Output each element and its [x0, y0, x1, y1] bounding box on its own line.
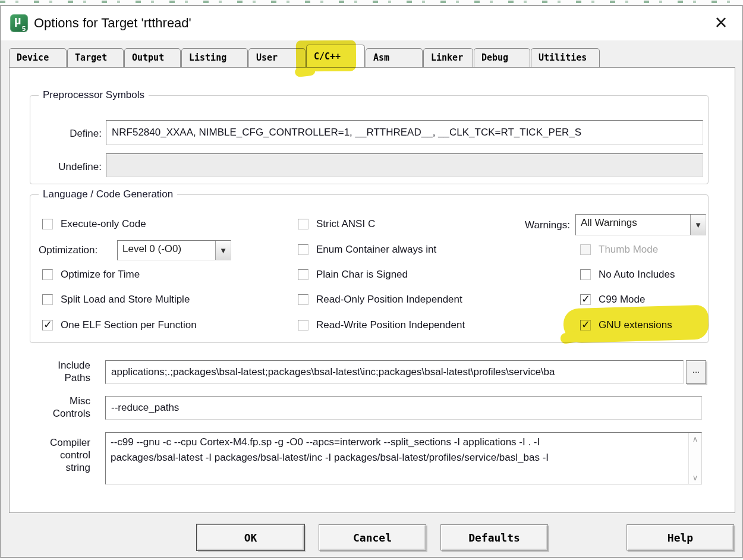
checkbox-row-one-elf-section: One ELF Section per Function	[42, 317, 197, 333]
read-write-pi-checkbox[interactable]	[298, 320, 308, 331]
gnu-extensions-checkbox[interactable]	[580, 320, 591, 331]
checkbox-row-no-auto-includes: No Auto Includes	[580, 267, 675, 282]
checkbox-row-thumb-mode: Thumb Mode	[580, 242, 658, 257]
thumb-mode-label: Thumb Mode	[599, 244, 658, 256]
undefine-label: Undefine:	[42, 161, 102, 173]
logo-5-glyph: 5	[22, 25, 26, 32]
define-label: Define:	[42, 127, 102, 140]
logo-mu-glyph: µ	[14, 14, 21, 27]
compiler-string-scrollbar[interactable]: ∧ ∨	[688, 433, 701, 484]
optimization-select[interactable]: Level 0 (-O0) ▼	[117, 240, 231, 260]
include-paths-label: Include Paths	[31, 359, 90, 384]
close-icon: ×	[714, 12, 727, 33]
strict-ansi-c-checkbox[interactable]	[298, 219, 308, 229]
keil-uvision-logo-icon: µ 5	[10, 14, 28, 32]
checkbox-row-gnu-extensions: GNU extensions	[580, 317, 672, 333]
tab-strip: Device Target Output Listing User C/C++ …	[9, 45, 600, 67]
compiler-control-string-value: --c99 --gnu -c --cpu Cortex-M4.fp.sp -g …	[106, 433, 688, 484]
tab-linker[interactable]: Linker	[423, 48, 473, 67]
tab-debug[interactable]: Debug	[474, 48, 530, 67]
cancel-button[interactable]: Cancel	[319, 524, 426, 550]
optimization-dropdown-button[interactable]: ▼	[215, 241, 231, 260]
thumb-mode-checkbox	[580, 244, 591, 255]
no-auto-includes-label: No Auto Includes	[599, 269, 675, 281]
execute-only-code-label: Execute-only Code	[61, 218, 146, 230]
screen: µ 5 Options for Target 'rtthread' × Devi…	[0, 0, 743, 560]
undefine-input[interactable]	[106, 153, 703, 177]
ok-button[interactable]: OK	[197, 524, 304, 550]
c99-mode-label: C99 Mode	[599, 294, 645, 306]
gnu-extensions-label: GNU extensions	[599, 319, 672, 331]
options-dialog: µ 5 Options for Target 'rtthread' × Devi…	[0, 5, 743, 558]
one-elf-section-checkbox[interactable]	[42, 320, 53, 331]
enum-container-checkbox[interactable]	[298, 244, 308, 255]
plain-char-signed-label: Plain Char is Signed	[316, 269, 408, 281]
read-only-pi-checkbox[interactable]	[298, 294, 308, 305]
execute-only-code-checkbox[interactable]	[42, 219, 53, 229]
preprocessor-group-label: Preprocessor Symbols	[39, 89, 149, 101]
tab-c-cpp[interactable]: C/C++	[306, 45, 365, 67]
tab-output[interactable]: Output	[124, 48, 181, 67]
checkbox-row-execute-only-code: Execute-only Code	[42, 216, 146, 232]
close-button[interactable]: ×	[708, 11, 734, 34]
no-auto-includes-checkbox[interactable]	[580, 269, 591, 280]
checkbox-row-optimize-for-time: Optimize for Time	[42, 267, 140, 282]
plain-char-signed-checkbox[interactable]	[298, 269, 308, 280]
misc-controls-input[interactable]	[105, 396, 702, 420]
include-paths-browse-button[interactable]: ...	[686, 360, 706, 384]
compiler-control-string-label: Compiler control string	[31, 436, 90, 474]
optimization-value: Level 0 (-O0)	[118, 241, 215, 260]
checkbox-row-strict-ansi-c: Strict ANSI C	[298, 216, 375, 232]
checkbox-row-c99-mode: C99 Mode	[580, 292, 645, 307]
tab-user[interactable]: User	[248, 48, 306, 67]
tab-target[interactable]: Target	[67, 48, 124, 67]
warnings-select[interactable]: All Warnings ▼	[575, 214, 706, 235]
checkbox-row-enum-container: Enum Container always int	[298, 242, 436, 257]
define-input[interactable]	[106, 120, 703, 145]
tab-utilities[interactable]: Utilities	[531, 48, 600, 67]
warnings-label: Warnings:	[489, 219, 570, 231]
chevron-down-icon: ▼	[221, 247, 226, 254]
compiler-control-string-box[interactable]: --c99 --gnu -c --cpu Cortex-M4.fp.sp -g …	[105, 432, 702, 485]
preprocessor-symbols-group: Preprocessor Symbols Define: Undefine:	[30, 95, 709, 184]
checkbox-row-read-write-pi: Read-Write Position Independent	[298, 317, 465, 333]
language-code-generation-group: Language / Code Generation Execute-only …	[30, 194, 709, 343]
chevron-down-icon: ▼	[696, 222, 701, 228]
language-group-label: Language / Code Generation	[39, 188, 177, 200]
checkbox-row-plain-char-signed: Plain Char is Signed	[298, 267, 408, 282]
scroll-up-icon[interactable]: ∧	[692, 435, 698, 443]
checkbox-row-split-load-store: Split Load and Store Multiple	[42, 292, 190, 307]
strict-ansi-c-label: Strict ANSI C	[316, 218, 375, 230]
checkbox-row-read-only-pi: Read-Only Position Independent	[298, 292, 462, 307]
split-load-store-checkbox[interactable]	[42, 294, 53, 305]
dialog-title: Options for Target 'rtthread'	[34, 15, 191, 31]
warnings-dropdown-button[interactable]: ▼	[690, 215, 706, 235]
tab-device[interactable]: Device	[9, 48, 67, 67]
read-only-pi-label: Read-Only Position Independent	[316, 294, 462, 306]
include-paths-input[interactable]	[105, 360, 684, 384]
optimize-for-time-label: Optimize for Time	[61, 269, 140, 281]
scroll-down-icon[interactable]: ∨	[692, 473, 698, 482]
tab-listing[interactable]: Listing	[181, 48, 248, 67]
help-button[interactable]: Help	[626, 524, 734, 550]
split-load-store-label: Split Load and Store Multiple	[61, 294, 190, 306]
c99-mode-checkbox[interactable]	[580, 294, 591, 305]
optimization-label: Optimization:	[39, 244, 114, 256]
misc-controls-label: Misc Controls	[31, 395, 90, 420]
one-elf-section-label: One ELF Section per Function	[61, 319, 197, 331]
warnings-value: All Warnings	[576, 215, 690, 235]
read-write-pi-label: Read-Write Position Independent	[316, 319, 465, 331]
tab-asm[interactable]: Asm	[366, 48, 423, 67]
dialog-titlebar[interactable]: µ 5 Options for Target 'rtthread' ×	[1, 6, 742, 40]
background-app-sliver	[0, 0, 743, 5]
defaults-button[interactable]: Defaults	[440, 524, 548, 550]
enum-container-label: Enum Container always int	[316, 244, 436, 256]
c-cpp-tab-page: Preprocessor Symbols Define: Undefine: L…	[9, 67, 735, 513]
optimize-for-time-checkbox[interactable]	[42, 269, 53, 280]
